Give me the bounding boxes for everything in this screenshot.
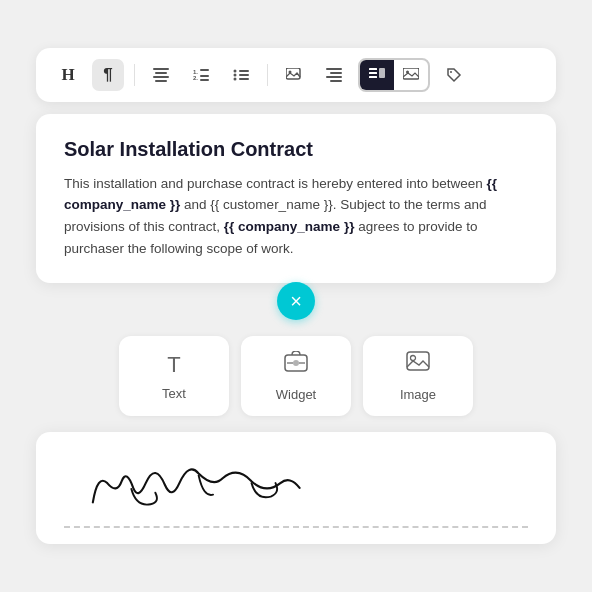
svg-point-27 xyxy=(450,71,452,73)
ordered-list-button[interactable]: 1. 2. xyxy=(185,59,217,91)
widget-icon xyxy=(284,351,308,379)
svg-rect-8 xyxy=(200,79,209,81)
insert-widget-option[interactable]: Widget xyxy=(241,336,351,416)
heading-icon: H xyxy=(61,65,74,85)
separator-2 xyxy=(267,64,268,86)
document-body: This installation and purchase contract … xyxy=(64,173,528,259)
svg-rect-14 xyxy=(239,78,249,80)
svg-point-13 xyxy=(234,77,237,80)
svg-rect-1 xyxy=(155,72,167,74)
svg-rect-18 xyxy=(330,72,342,74)
svg-rect-19 xyxy=(326,76,342,78)
svg-rect-3 xyxy=(155,80,167,82)
signature-card xyxy=(36,432,556,544)
unordered-list-button[interactable] xyxy=(225,59,257,91)
close-fab-button[interactable]: × xyxy=(277,282,315,320)
insert-text-option[interactable]: T Text xyxy=(119,336,229,416)
svg-point-33 xyxy=(411,355,416,360)
svg-point-9 xyxy=(234,69,237,72)
document-title: Solar Installation Contract xyxy=(64,138,528,161)
text-left-image-button[interactable] xyxy=(360,60,394,90)
separator-1 xyxy=(134,64,135,86)
insert-image-label: Image xyxy=(400,387,436,402)
fab-container: × xyxy=(277,282,315,320)
svg-rect-17 xyxy=(326,68,342,70)
layout-group xyxy=(358,58,430,92)
media-button[interactable] xyxy=(278,59,310,91)
company-name-2: {{ company_name }} xyxy=(224,219,355,234)
unordered-list-icon xyxy=(233,68,249,82)
svg-rect-7 xyxy=(200,75,209,77)
close-icon: × xyxy=(290,291,302,311)
signature-line xyxy=(64,526,528,528)
svg-rect-20 xyxy=(330,80,342,82)
svg-rect-0 xyxy=(153,68,169,70)
svg-text:2.: 2. xyxy=(193,75,198,81)
svg-rect-22 xyxy=(369,72,377,74)
insert-image-option[interactable]: Image xyxy=(363,336,473,416)
signature-svg xyxy=(64,453,314,518)
insert-options: T Text Widget xyxy=(36,336,556,416)
align-center-icon xyxy=(153,68,169,82)
full-image-icon xyxy=(403,68,419,82)
ordered-list-icon: 1. 2. xyxy=(193,68,209,82)
toolbar: H ¶ 1. 2. xyxy=(36,48,556,102)
image-icon xyxy=(286,68,302,82)
align-right-icon xyxy=(326,68,342,82)
align-center-button[interactable] xyxy=(145,59,177,91)
heading-button[interactable]: H xyxy=(52,59,84,91)
svg-rect-32 xyxy=(407,352,429,370)
svg-rect-24 xyxy=(379,68,385,78)
svg-point-29 xyxy=(293,360,299,366)
signature-image xyxy=(64,452,528,522)
insert-widget-label: Widget xyxy=(276,387,316,402)
main-container: H ¶ 1. 2. xyxy=(36,48,556,544)
paragraph-icon: ¶ xyxy=(103,65,112,85)
align-right-button[interactable] xyxy=(318,59,350,91)
tag-button[interactable] xyxy=(438,59,470,91)
svg-rect-5 xyxy=(200,69,209,71)
paragraph-button[interactable]: ¶ xyxy=(92,59,124,91)
svg-rect-12 xyxy=(239,74,249,76)
svg-rect-25 xyxy=(403,68,419,79)
svg-point-11 xyxy=(234,73,237,76)
svg-rect-21 xyxy=(369,68,377,70)
svg-rect-23 xyxy=(369,76,377,78)
text-left-image-icon xyxy=(369,68,385,82)
text-icon: T xyxy=(167,352,180,378)
full-image-button[interactable] xyxy=(394,60,428,90)
insert-image-icon xyxy=(406,351,430,379)
svg-rect-2 xyxy=(153,76,169,78)
svg-rect-10 xyxy=(239,70,249,72)
tag-icon xyxy=(446,67,462,83)
document-card: Solar Installation Contract This install… xyxy=(36,114,556,283)
company-name-1: {{ company_name }} xyxy=(64,176,497,213)
insert-text-label: Text xyxy=(162,386,186,401)
